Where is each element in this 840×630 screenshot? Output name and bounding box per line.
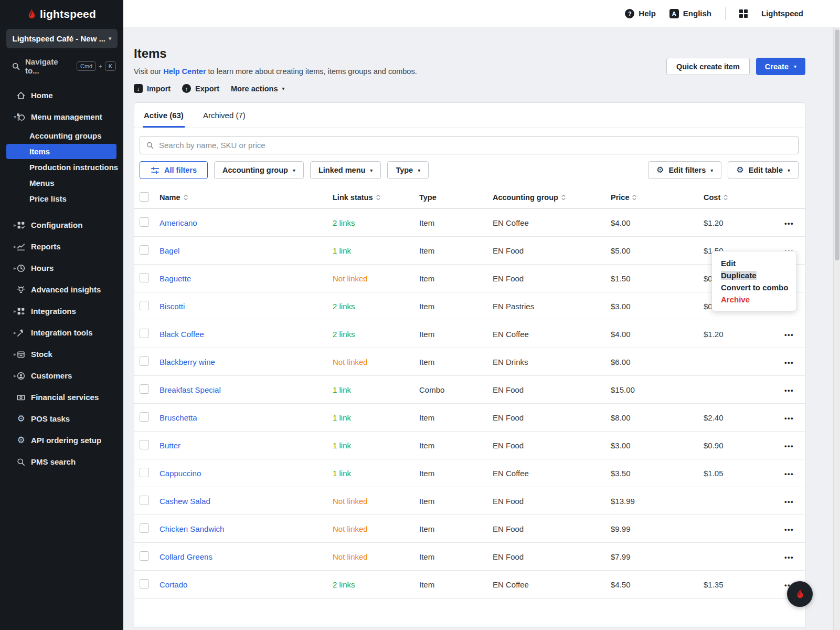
accounting-group-filter[interactable]: Accounting group ▾: [214, 161, 304, 179]
context-menu-duplicate[interactable]: Duplicate: [712, 269, 796, 281]
context-menu-edit[interactable]: Edit: [712, 257, 796, 269]
help-menu[interactable]: ? Help: [625, 9, 656, 18]
sidebar-item-production-instructions[interactable]: Production instructions: [6, 160, 116, 175]
item-name-link[interactable]: Blackberry wine: [160, 358, 215, 366]
item-name-link[interactable]: Americano: [160, 218, 197, 227]
item-name-link[interactable]: Breakfast Special: [160, 385, 221, 394]
chevron-right-icon[interactable]: ▸: [0, 308, 14, 314]
sidebar-item-stock[interactable]: ▸Stock: [0, 343, 123, 365]
create-button[interactable]: Create ▾: [756, 58, 805, 75]
sidebar-item-hours[interactable]: ▸Hours: [0, 257, 123, 279]
row-checkbox[interactable]: [140, 301, 149, 310]
row-checkbox[interactable]: [140, 245, 149, 255]
column-header-price[interactable]: Price: [611, 193, 695, 202]
item-name-link[interactable]: Collard Greens: [160, 552, 212, 561]
item-name-link[interactable]: Biscotti: [160, 302, 185, 311]
column-header-cost[interactable]: Cost: [695, 193, 773, 202]
sidebar-item-menu-management[interactable]: ▾Menu management: [0, 106, 123, 128]
sidebar-item-menus[interactable]: Menus: [6, 175, 116, 191]
item-name-link[interactable]: Cortado: [160, 580, 187, 589]
row-checkbox[interactable]: [140, 356, 149, 366]
sidebar-item-pos-tasks[interactable]: ⚙POS tasks: [0, 408, 123, 429]
edit-filters-button[interactable]: ⚙ Edit filters ▾: [648, 161, 721, 179]
chevron-right-icon[interactable]: ▸: [0, 265, 14, 271]
row-checkbox[interactable]: [140, 329, 149, 338]
select-all-checkbox[interactable]: [140, 192, 149, 202]
apps-grid-icon[interactable]: [739, 9, 748, 18]
sidebar-item-customers[interactable]: ▸Customers: [0, 365, 123, 386]
export-button[interactable]: ↑ Export: [182, 84, 219, 93]
item-name-link[interactable]: Butter: [160, 441, 180, 450]
search-input[interactable]: [159, 141, 792, 150]
help-center-link[interactable]: Help Center: [163, 67, 206, 76]
row-actions-button[interactable]: •••: [784, 553, 794, 561]
scrollbar-thumb[interactable]: [835, 29, 839, 260]
chevron-right-icon[interactable]: ▸: [0, 373, 14, 379]
sidebar-item-accounting-groups[interactable]: Accounting groups: [6, 128, 116, 143]
row-actions-button[interactable]: •••: [784, 219, 794, 227]
lightspeed-assistant-fab[interactable]: [787, 581, 813, 607]
navigate-search[interactable]: Navigate to... Cmd + K: [12, 57, 116, 75]
row-actions-button[interactable]: •••: [784, 386, 794, 394]
sidebar-item-integration-tools[interactable]: ▸Integration tools: [0, 322, 123, 343]
context-menu-convert-to-combo[interactable]: Convert to combo: [712, 281, 796, 293]
product-switcher[interactable]: Lightspeed: [761, 9, 803, 18]
row-actions-button[interactable]: •••: [784, 470, 794, 478]
sidebar-item-api-ordering-setup[interactable]: ⚙API ordering setup: [0, 429, 123, 451]
sidebar-item-financial-services[interactable]: Financial services: [0, 386, 123, 408]
language-menu[interactable]: A English: [669, 9, 711, 18]
more-actions-button[interactable]: More actions ▾: [231, 85, 284, 93]
sidebar-item-pms-search[interactable]: PMS search: [0, 451, 123, 472]
row-actions-button[interactable]: •••: [784, 359, 794, 366]
column-header-name[interactable]: Name: [160, 193, 333, 202]
row-checkbox[interactable]: [140, 551, 149, 561]
column-header-link-status[interactable]: Link status: [333, 193, 419, 202]
column-header-accounting-group[interactable]: Accounting group: [493, 193, 611, 202]
chevron-down-icon[interactable]: ▾: [0, 114, 14, 120]
row-actions-button[interactable]: •••: [784, 442, 794, 450]
row-actions-button[interactable]: •••: [784, 331, 794, 339]
row-actions-button[interactable]: •••: [784, 498, 794, 506]
item-name-link[interactable]: Bagel: [160, 246, 179, 255]
import-button[interactable]: ↓ Import: [134, 84, 171, 93]
all-filters-button[interactable]: All filters: [140, 161, 208, 179]
row-checkbox[interactable]: [140, 412, 149, 422]
location-selector[interactable]: Lightspeed Café - New ... ▾: [6, 29, 118, 48]
sidebar-item-reports[interactable]: ▸Reports: [0, 236, 123, 257]
context-menu-archive[interactable]: Archive: [712, 293, 796, 306]
row-checkbox[interactable]: [140, 579, 149, 589]
row-checkbox[interactable]: [140, 468, 149, 477]
sidebar-item-items[interactable]: Items: [6, 144, 116, 159]
quick-create-item-button[interactable]: Quick create item: [666, 58, 750, 75]
row-checkbox[interactable]: [140, 440, 149, 449]
column-header-type[interactable]: Type: [419, 193, 493, 202]
item-name-link[interactable]: Baguette: [160, 274, 191, 283]
page-scrollbar[interactable]: [833, 27, 840, 630]
tab-active[interactable]: Active (63): [143, 103, 185, 128]
tab-archived[interactable]: Archived (7): [202, 103, 247, 128]
item-name-link[interactable]: Cappuccino: [160, 469, 201, 478]
chevron-right-icon[interactable]: ▸: [0, 244, 14, 249]
row-checkbox[interactable]: [140, 523, 149, 533]
edit-table-button[interactable]: ⚙ Edit table ▾: [728, 161, 799, 179]
type-filter[interactable]: Type ▾: [387, 161, 429, 179]
row-checkbox[interactable]: [140, 384, 149, 394]
chevron-right-icon[interactable]: ▸: [0, 222, 14, 228]
sidebar-item-home[interactable]: Home: [0, 85, 123, 106]
item-name-link[interactable]: Bruschetta: [160, 413, 197, 422]
sidebar-item-price-lists[interactable]: Price lists: [6, 191, 116, 206]
row-actions-button[interactable]: •••: [784, 526, 794, 533]
sidebar-item-integrations[interactable]: ▸Integrations: [0, 300, 123, 322]
item-name-link[interactable]: Cashew Salad: [160, 497, 210, 506]
chevron-right-icon[interactable]: ▸: [0, 330, 14, 335]
linked-menu-filter[interactable]: Linked menu ▾: [310, 161, 381, 179]
row-checkbox[interactable]: [140, 496, 149, 505]
row-actions-button[interactable]: •••: [784, 414, 794, 422]
sidebar-item-configuration[interactable]: ▸Configuration: [0, 214, 123, 236]
chevron-right-icon[interactable]: ▸: [0, 351, 14, 357]
sidebar-item-advanced-insights[interactable]: Advanced insights: [0, 279, 123, 300]
row-checkbox[interactable]: [140, 217, 149, 227]
row-checkbox[interactable]: [140, 273, 149, 282]
item-name-link[interactable]: Black Coffee: [160, 330, 204, 339]
item-name-link[interactable]: Chicken Sandwich: [160, 524, 224, 533]
